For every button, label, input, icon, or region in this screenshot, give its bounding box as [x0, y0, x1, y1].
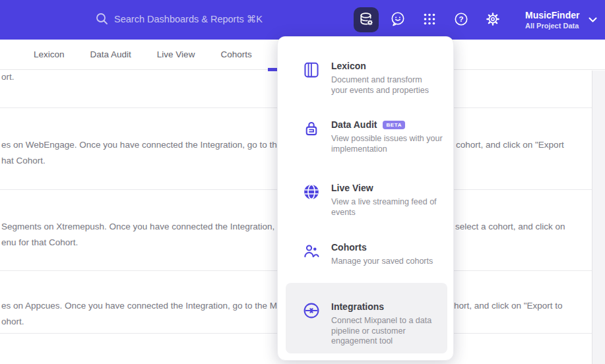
menu-item-lexicon[interactable]: Lexicon Document and transform your even…	[278, 61, 455, 96]
menu-item-desc: pipeline or customer	[331, 326, 431, 337]
menu-item-title: Cohorts	[331, 242, 367, 253]
menu-item-desc: events	[331, 208, 437, 218]
menu-item-title: Integrations	[331, 301, 384, 313]
menu-item-data-audit[interactable]: Data Audit BETA View possible issues wit…	[278, 119, 455, 154]
integrations-sync-icon	[303, 302, 320, 347]
menu-item-desc: Document and transform	[331, 75, 429, 86]
search-input[interactable]: Search Dashboards & Reports ⌘K	[46, 7, 312, 31]
menu-item-title: Lexicon	[331, 61, 366, 72]
chevron-down-icon	[579, 14, 597, 26]
tab-live-view[interactable]: Live View	[157, 49, 195, 59]
tab-lexicon[interactable]: Lexicon	[34, 49, 65, 59]
tab-data-audit[interactable]: Data Audit	[90, 49, 131, 59]
menu-item-desc: View a live streaming feed of	[331, 197, 437, 208]
menu-item-text: Data Audit BETA View possible issues wit…	[331, 119, 443, 154]
doc-text-fragment: Segments on Xtremepush. Once you have co…	[1, 220, 274, 233]
tools-dropdown-menu: Lexicon Document and transform your even…	[277, 36, 454, 361]
menu-item-text: Integrations Connect Mixpanel to a data …	[331, 301, 431, 347]
menu-item-desc: View possible issues with your	[331, 134, 443, 144]
menu-item-title: Data Audit	[331, 119, 377, 131]
feedback-button[interactable]	[385, 7, 410, 32]
settings-button[interactable]	[480, 7, 505, 32]
menu-item-title: Live View	[331, 183, 373, 194]
doc-text-fragment: ohort.	[1, 315, 24, 328]
doc-text-fragment: select a cohort, and click on	[455, 220, 565, 233]
svg-text:?: ?	[459, 15, 463, 23]
doc-text-fragment: cohort, and click on "Export	[456, 138, 564, 151]
menu-item-desc: your events and properties	[331, 86, 429, 96]
doc-text-fragment: hort, and click on "Export to	[454, 299, 563, 312]
menu-item-cohorts[interactable]: Cohorts Manage your saved cohorts	[278, 242, 455, 267]
scrollbar-gutter[interactable]	[592, 71, 605, 364]
search-icon	[96, 13, 108, 25]
menu-item-text: Cohorts Manage your saved cohorts	[331, 242, 433, 267]
cohorts-people-icon	[303, 243, 320, 267]
database-gear-icon	[358, 11, 375, 30]
question-mark-circle-icon: ?	[453, 11, 470, 30]
grid-dots-icon	[421, 11, 438, 30]
doc-text-fragment: es on WebEngage. Once you have connected…	[1, 138, 282, 151]
doc-text-fragment: hat Cohort.	[1, 154, 46, 167]
menu-item-text: Live View View a live streaming feed of …	[331, 183, 437, 218]
menu-item-desc: Manage your saved cohorts	[331, 257, 433, 267]
doc-text-fragment: enu for that Cohort.	[1, 236, 78, 249]
project-labels: MusicFinder All Project Data	[525, 10, 579, 30]
lexicon-book-icon	[303, 61, 320, 96]
smiley-chat-icon	[389, 11, 406, 30]
help-button[interactable]: ?	[449, 7, 474, 32]
app-root: Search Dashboards & Reports ⌘K	[0, 0, 605, 364]
data-audit-lock-icon	[303, 120, 320, 154]
project-scope: All Project Data	[525, 21, 579, 30]
beta-badge: BETA	[383, 121, 405, 129]
search-placeholder: Search Dashboards & Reports ⌘K	[114, 14, 263, 24]
data-management-button[interactable]	[354, 7, 379, 32]
doc-text-fragment: es on Appcues. Once you have connected t…	[1, 299, 277, 312]
menu-item-desc: Connect Mixpanel to a data	[331, 316, 431, 326]
project-switcher[interactable]: MusicFinder All Project Data	[525, 10, 597, 30]
menu-item-integrations[interactable]: Integrations Connect Mixpanel to a data …	[278, 301, 455, 347]
project-name: MusicFinder	[525, 10, 579, 21]
menu-item-desc: engagement tool	[331, 336, 431, 347]
menu-item-desc: implementation	[331, 144, 443, 155]
top-bar: Search Dashboards & Reports ⌘K	[0, 0, 605, 40]
live-view-globe-icon	[303, 183, 320, 218]
menu-item-live-view[interactable]: Live View View a live streaming feed of …	[278, 183, 455, 218]
tab-cohorts[interactable]: Cohorts	[220, 49, 251, 59]
apps-grid-button[interactable]	[417, 7, 442, 32]
top-bar-actions: ? MusicFinder All Project Data	[354, 0, 597, 40]
gear-icon	[484, 11, 501, 30]
doc-text-fragment: ort.	[1, 71, 15, 83]
menu-item-text: Lexicon Document and transform your even…	[331, 61, 429, 96]
